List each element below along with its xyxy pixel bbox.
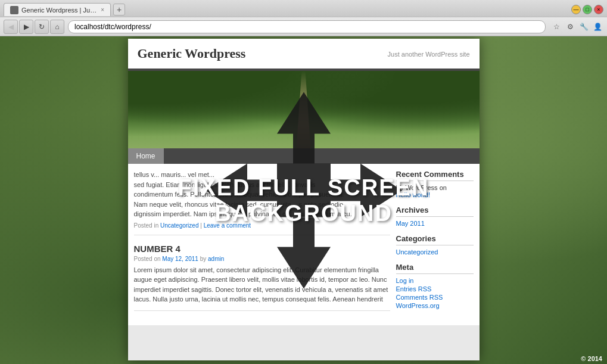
meta-wordpress-org-link[interactable]: WordPress.org: [396, 302, 474, 309]
meta-section: Meta Log in Entries RSS Comments RSS Wor…: [396, 263, 474, 309]
post-4-title: NUMBER 4: [134, 244, 390, 254]
prev-post-comment-link[interactable]: Leave a comment: [204, 222, 251, 229]
wp-header: Just another WordPress site Generic Word…: [128, 39, 480, 71]
wp-main-content: tellus v... mauris... vel met... sed fug…: [134, 170, 390, 319]
meta-entries-rss-link[interactable]: Entries RSS: [396, 285, 474, 293]
browser-titlebar: Generic Wordpress | Just a... × + — □ ×: [0, 0, 607, 17]
extensions-icon[interactable]: 🔧: [578, 21, 590, 33]
archive-may-2011-link[interactable]: May 2011: [396, 220, 474, 227]
wp-hero-image: [128, 71, 480, 148]
recent-comments-title: Recent Comments: [396, 170, 474, 181]
bookmark-icon[interactable]: ☆: [550, 21, 562, 33]
refresh-button[interactable]: ↻: [35, 20, 49, 34]
wp-content: tellus v... mauris... vel met... sed fug…: [128, 164, 480, 325]
close-button[interactable]: ×: [594, 5, 603, 14]
category-uncategorized-link[interactable]: Uncategorized: [396, 248, 474, 256]
wp-post-prev: tellus v... mauris... vel met... sed fug…: [134, 170, 390, 235]
post-4-author-link[interactable]: admin: [208, 256, 224, 262]
forward-button[interactable]: ▶: [19, 20, 33, 34]
meta-title: Meta: [396, 263, 474, 274]
nav-home[interactable]: Home: [128, 148, 164, 164]
minimize-button[interactable]: —: [571, 5, 581, 14]
tab-close-button[interactable]: ×: [101, 7, 104, 13]
browser-chrome: Generic Wordpress | Just a... × + — □ × …: [0, 0, 607, 36]
recent-comment-link[interactable]: Hello world!: [396, 191, 474, 198]
wp-tagline: Just another WordPress site: [388, 51, 470, 58]
back-button[interactable]: ◀: [4, 20, 18, 34]
wp-sidebar: Recent Comments Mr WordPress on Hello wo…: [396, 170, 474, 319]
prev-post-category-link[interactable]: Uncategorized: [160, 222, 198, 229]
prev-post-footer: Posted in Uncategorized | Leave a commen…: [134, 222, 390, 229]
archives-section: Archives May 2011: [396, 206, 474, 227]
post-4-date-link[interactable]: May 12, 2011: [162, 256, 198, 262]
recent-comments-section: Recent Comments Mr WordPress on Hello wo…: [396, 170, 474, 198]
categories-title: Categories: [396, 234, 474, 245]
post-4-meta: Posted on May 12, 2011 by admin: [134, 256, 390, 262]
wp-nav: Home: [128, 148, 480, 164]
browser-tab[interactable]: Generic Wordpress | Just a... ×: [4, 3, 111, 16]
page-area: Just another WordPress site Generic Word…: [0, 36, 607, 364]
maximize-button[interactable]: □: [583, 5, 592, 14]
archives-title: Archives: [396, 206, 474, 217]
home-button[interactable]: ⌂: [50, 20, 64, 34]
toolbar-icons: ☆ ⚙ 🔧 👤: [550, 21, 603, 33]
wordpress-container: Just another WordPress site Generic Word…: [128, 39, 480, 360]
wp-post-4: NUMBER 4 Posted on May 12, 2011 by admin…: [134, 244, 390, 311]
tab-title: Generic Wordpress | Just a...: [21, 7, 97, 14]
browser-toolbar: ◀ ▶ ↻ ⌂ ☆ ⚙ 🔧 👤: [0, 17, 607, 36]
post-4-content: Lorem ipsum dolor sit amet, consectetur …: [134, 265, 390, 304]
categories-section: Categories Uncategorized: [396, 234, 474, 256]
tab-favicon: [10, 6, 18, 14]
year-badge: © 2014: [581, 355, 602, 362]
address-bar[interactable]: [68, 20, 546, 33]
user-icon[interactable]: 👤: [592, 21, 603, 33]
window-controls: — □ ×: [571, 5, 603, 14]
meta-login-link[interactable]: Log in: [396, 277, 474, 284]
meta-comments-rss-link[interactable]: Comments RSS: [396, 294, 474, 301]
prev-post-text: tellus v... mauris... vel met... sed fug…: [134, 170, 390, 219]
new-tab-button[interactable]: +: [113, 4, 125, 15]
recent-comment-on: on: [440, 184, 447, 191]
settings-icon[interactable]: ⚙: [564, 21, 576, 33]
recent-comment-author: Mr WordPress: [396, 184, 440, 191]
